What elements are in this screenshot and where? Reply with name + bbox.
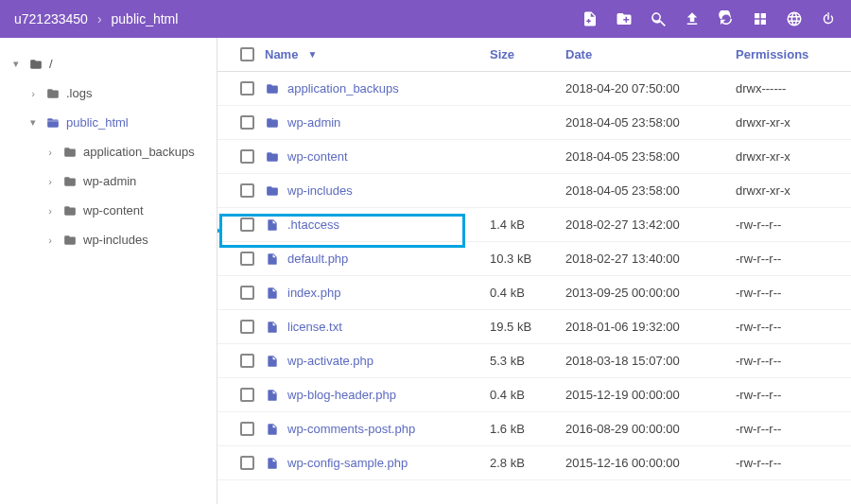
row-permissions: drwx------ [736, 81, 840, 96]
table-row[interactable]: wp-activate.php5.3 kB2018-03-18 15:07:00… [217, 344, 851, 378]
file-icon [265, 218, 280, 232]
row-permissions: -rw-r--r-- [736, 217, 840, 232]
table-row[interactable]: wp-admin2018-04-05 23:58:00drwxr-xr-x [217, 106, 851, 140]
new-file-icon[interactable] [582, 10, 599, 27]
table-row[interactable]: license.txt19.5 kB2018-01-06 19:32:00-rw… [217, 310, 851, 344]
row-name-cell[interactable]: license.txt [265, 320, 490, 334]
globe-icon[interactable] [786, 10, 803, 27]
row-checkbox[interactable] [240, 354, 254, 368]
row-date: 2018-02-27 13:42:00 [565, 217, 736, 232]
row-name-label: wp-includes [287, 183, 353, 198]
chevron-icon[interactable]: › [26, 88, 40, 99]
row-name-label: .htaccess [287, 217, 339, 232]
sidebar-item-label: .logs [66, 86, 92, 100]
breadcrumb-root[interactable]: u721233450 [14, 11, 88, 26]
row-checkbox[interactable] [240, 115, 254, 130]
file-icon [265, 457, 280, 470]
row-date: 2018-01-06 19:32:00 [565, 320, 736, 334]
table-row[interactable]: .htaccess1.4 kB2018-02-27 13:42:00-rw-r-… [217, 208, 851, 242]
row-name-label: index.php [287, 286, 340, 300]
row-date: 2018-04-20 07:50:00 [565, 81, 736, 96]
sidebar-item-wp-content[interactable]: ›wp-content [0, 196, 217, 225]
breadcrumb-current[interactable]: public_html [112, 11, 179, 26]
row-name-cell[interactable]: wp-config-sample.php [265, 456, 490, 470]
row-name-cell[interactable]: wp-admin [265, 115, 490, 130]
chevron-icon[interactable]: › [43, 176, 57, 187]
sidebar-item-label: public_html [66, 115, 129, 130]
row-checkbox-cell [229, 252, 265, 266]
folder-icon [265, 150, 280, 164]
sidebar-item-wp-admin[interactable]: ›wp-admin [0, 166, 217, 196]
row-checkbox-cell [229, 320, 265, 334]
table-row[interactable]: index.php0.4 kB2013-09-25 00:00:00-rw-r-… [217, 276, 851, 310]
row-permissions: -rw-r--r-- [736, 286, 840, 300]
sidebar-item-application-backups[interactable]: ›application_backups [0, 137, 217, 166]
row-size: 1.6 kB [490, 422, 565, 436]
table-row[interactable]: wp-includes2018-04-05 23:58:00drwxr-xr-x [217, 174, 851, 208]
chevron-icon[interactable]: › [43, 235, 57, 246]
folder-open-icon [28, 58, 43, 71]
file-icon [265, 321, 280, 334]
row-checkbox-cell [229, 286, 265, 300]
row-checkbox[interactable] [240, 320, 254, 334]
row-size: 0.4 kB [490, 286, 565, 300]
header-date[interactable]: Date [565, 47, 736, 61]
row-name-cell[interactable]: wp-blog-header.php [265, 388, 490, 402]
select-all-checkbox[interactable] [240, 47, 254, 61]
row-checkbox-cell [229, 217, 265, 232]
row-checkbox[interactable] [240, 422, 254, 436]
tree-root[interactable]: ▾ / [0, 49, 217, 78]
refresh-icon[interactable] [718, 10, 735, 27]
sidebar-item-label: wp-includes [83, 233, 148, 247]
row-checkbox[interactable] [240, 183, 254, 198]
grid-icon[interactable] [752, 10, 769, 27]
sidebar-item-public-html[interactable]: ▾public_html [0, 108, 217, 137]
row-checkbox[interactable] [240, 149, 254, 164]
header-permissions[interactable]: Permissions [736, 47, 840, 61]
row-checkbox[interactable] [240, 286, 254, 300]
upload-icon[interactable] [684, 10, 701, 27]
row-checkbox-cell [229, 388, 265, 402]
row-name-cell[interactable]: index.php [265, 286, 490, 300]
power-icon[interactable] [820, 10, 837, 27]
folder-icon [265, 184, 280, 198]
file-icon [265, 423, 280, 436]
row-name-label: wp-comments-post.php [287, 422, 415, 436]
row-checkbox[interactable] [240, 456, 254, 470]
table-row[interactable]: application_backups2018-04-20 07:50:00dr… [217, 72, 851, 106]
row-checkbox[interactable] [240, 388, 254, 402]
row-checkbox[interactable] [240, 252, 254, 266]
table-row[interactable]: wp-config-sample.php2.8 kB2015-12-16 00:… [217, 446, 851, 480]
row-date: 2018-03-18 15:07:00 [565, 354, 736, 368]
sidebar-item-wp-includes[interactable]: ›wp-includes [0, 225, 217, 254]
row-checkbox-cell [229, 81, 265, 96]
table-row[interactable]: wp-comments-post.php1.6 kB2016-08-29 00:… [217, 412, 851, 446]
table-row[interactable]: wp-content2018-04-05 23:58:00drwxr-xr-x [217, 140, 851, 174]
sidebar-item--logs[interactable]: ›.logs [0, 78, 217, 108]
row-name-cell[interactable]: wp-comments-post.php [265, 422, 490, 436]
breadcrumb-separator: › [97, 11, 102, 26]
row-name-cell[interactable]: wp-includes [265, 183, 490, 198]
row-checkbox[interactable] [240, 217, 254, 232]
row-name-cell[interactable]: default.php [265, 252, 490, 266]
row-name-cell[interactable]: .htaccess [265, 217, 490, 232]
row-name-cell[interactable]: wp-activate.php [265, 354, 490, 368]
row-name-cell[interactable]: application_backups [265, 81, 490, 96]
header-name[interactable]: Name▼ [265, 47, 490, 61]
chevron-icon[interactable]: ▾ [26, 116, 40, 129]
chevron-icon[interactable]: › [43, 205, 57, 217]
chevron-down-icon[interactable]: ▾ [9, 58, 23, 70]
row-name-cell[interactable]: wp-content [265, 149, 490, 164]
new-folder-icon[interactable] [616, 10, 633, 27]
top-header: u721233450 › public_html [0, 0, 851, 38]
row-checkbox[interactable] [240, 81, 254, 96]
chevron-icon[interactable]: › [43, 147, 57, 158]
search-icon[interactable] [650, 10, 667, 27]
table-row[interactable]: wp-blog-header.php0.4 kB2015-12-19 00:00… [217, 378, 851, 412]
row-permissions: -rw-r--r-- [736, 354, 840, 368]
row-size: 10.3 kB [490, 252, 565, 266]
header-size[interactable]: Size [490, 47, 565, 61]
file-icon [265, 389, 280, 402]
table-row[interactable]: default.php10.3 kB2018-02-27 13:40:00-rw… [217, 242, 851, 276]
row-date: 2018-02-27 13:40:00 [565, 252, 736, 266]
